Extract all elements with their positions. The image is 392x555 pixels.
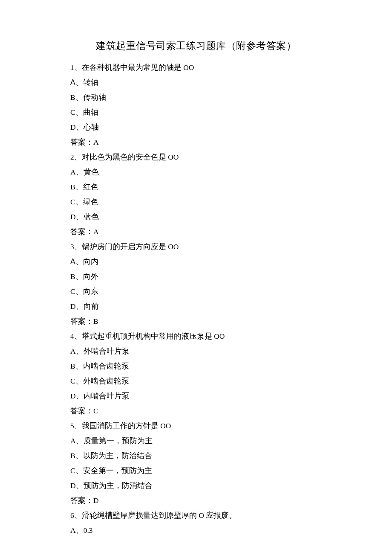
question-stem: 6、滑轮绳槽壁厚磨损量达到原壁厚的 O 应报废。 — [70, 508, 322, 523]
option-text: 内啮合叶片泵 — [84, 392, 130, 400]
option-text: 外啮合叶片泵 — [84, 347, 130, 355]
option-line: B、内啮合齿轮泵 — [70, 359, 322, 374]
option-text: 以防为主，防治结合 — [83, 451, 152, 460]
option-line: A、质量第一，预防为主 — [70, 433, 322, 448]
option-letter: D — [70, 123, 76, 131]
option-text: 向内 — [83, 257, 98, 266]
option-letter: D — [70, 302, 76, 311]
answer-value: A — [93, 138, 99, 146]
option-text: 质量第一，预防为主 — [84, 436, 153, 445]
option-line: D、心轴 — [70, 120, 322, 135]
separator-text: 、 — [75, 257, 83, 266]
option-text: 向前 — [84, 302, 99, 311]
option-letter: C — [70, 287, 75, 296]
document-title: 建筑起重信号司索工练习题库（附参考答案） — [70, 36, 322, 56]
option-line: C、外啮合齿轮泵 — [70, 374, 322, 389]
option-letter: D — [70, 392, 76, 400]
separator-text: 、 — [74, 511, 82, 520]
option-text: 向东 — [83, 287, 98, 296]
option-line: A、向内 — [70, 254, 322, 269]
option-line: D、蓝色 — [70, 209, 322, 224]
separator-text: 、 — [76, 302, 84, 311]
answer-value: B — [93, 317, 98, 325]
option-line: D、预防为主，防消结合 — [70, 478, 322, 493]
option-letter: A — [70, 257, 75, 266]
answer-label: 答案： — [70, 138, 93, 146]
option-text: 安全第一，预防为主 — [83, 466, 152, 475]
option-line: B、向外 — [70, 269, 322, 284]
separator-text: 、 — [76, 212, 84, 221]
question-number: 1 — [70, 63, 74, 72]
question-stem-text: 塔式起重机顶升机构中常用的液压泵是 OO — [82, 332, 225, 340]
answer-label: 答案： — [70, 227, 93, 236]
separator-text: 、 — [75, 287, 83, 296]
answer-label: 答案： — [70, 496, 93, 505]
question-number: 3 — [70, 242, 74, 251]
option-line: A、外啮合叶片泵 — [70, 344, 322, 359]
answer-value: D — [93, 496, 99, 505]
option-line: C、安全第一，预防为主 — [70, 463, 322, 478]
separator-text: 、 — [75, 466, 83, 475]
separator-text: 、 — [74, 153, 82, 161]
option-letter: A — [70, 168, 76, 176]
question-number: 4 — [70, 332, 74, 340]
question-stem-text: 对比色为黑色的安全色是 OO — [82, 153, 179, 161]
option-line: B、红色 — [70, 180, 322, 195]
option-text: 曲轴 — [83, 108, 98, 116]
answer-line: 答案：B — [70, 314, 322, 329]
option-text: 传动轴 — [83, 93, 106, 102]
option-line: B、传动轴 — [70, 90, 322, 105]
separator-text: 、 — [75, 362, 83, 370]
question-stem: 4、塔式起重机顶升机构中常用的液压泵是 OO — [70, 329, 322, 344]
answer-label: 答案： — [70, 317, 93, 325]
separator-text: 、 — [76, 481, 84, 490]
option-letter: B — [70, 93, 75, 102]
separator-text: 、 — [76, 436, 84, 445]
separator-text: 、 — [76, 123, 84, 131]
separator-text: 、 — [74, 332, 82, 340]
question-number: 6 — [70, 511, 74, 520]
option-text: 蓝色 — [84, 212, 99, 221]
separator-text: 、 — [74, 242, 82, 251]
separator-text: 、 — [75, 183, 83, 191]
separator-text: 、 — [75, 451, 83, 460]
option-letter: C — [70, 466, 75, 475]
option-text: 外啮合齿轮泵 — [83, 377, 129, 385]
option-line: C、向东 — [70, 284, 322, 299]
option-text: 0.3 — [84, 526, 93, 535]
separator-text: 、 — [75, 78, 83, 87]
option-line: B、以防为主，防治结合 — [70, 448, 322, 463]
answer-line: 答案：A — [70, 224, 322, 239]
option-text: 绿色 — [83, 198, 98, 206]
option-letter: A — [70, 436, 76, 445]
option-text: 内啮合齿轮泵 — [83, 362, 129, 370]
separator-text: 、 — [75, 272, 83, 281]
answer-line: 答案：C — [70, 404, 322, 418]
separator-text: 、 — [75, 377, 83, 385]
option-letter: B — [70, 183, 75, 191]
option-text: 向外 — [83, 272, 98, 281]
answer-value: A — [93, 227, 99, 236]
option-line: A、转轴 — [70, 75, 322, 90]
option-text: 预防为主，防消结合 — [84, 481, 153, 490]
question-stem: 5、我国消防工作的方针是 OO — [70, 418, 322, 433]
option-line: C、绿色 — [70, 195, 322, 209]
option-line: D、向前 — [70, 299, 322, 314]
question-stem-text: 滑轮绳槽壁厚磨损量达到原壁厚的 O 应报废。 — [82, 511, 236, 520]
option-line: A、黄色 — [70, 165, 322, 180]
option-letter: A — [70, 347, 76, 355]
option-text: 黄色 — [84, 168, 99, 176]
option-line: C、曲轴 — [70, 105, 322, 120]
answer-line: 答案：D — [70, 493, 322, 508]
separator-text: 、 — [76, 347, 84, 355]
separator-text: 、 — [76, 392, 84, 400]
option-letter: C — [70, 198, 75, 206]
option-text: 红色 — [83, 183, 98, 191]
separator-text: 、 — [74, 63, 82, 72]
separator-text: 、 — [76, 526, 84, 535]
option-letter: B — [70, 362, 75, 370]
question-stem: 3、锅炉房门的开启方向应是 OO — [70, 239, 322, 254]
option-text: 心轴 — [84, 123, 99, 131]
option-line: A、0.3 — [70, 523, 322, 538]
document-page: 建筑起重信号司索工练习题库（附参考答案） 1、在各种机器中最为常见的轴是 OOA… — [0, 0, 392, 555]
